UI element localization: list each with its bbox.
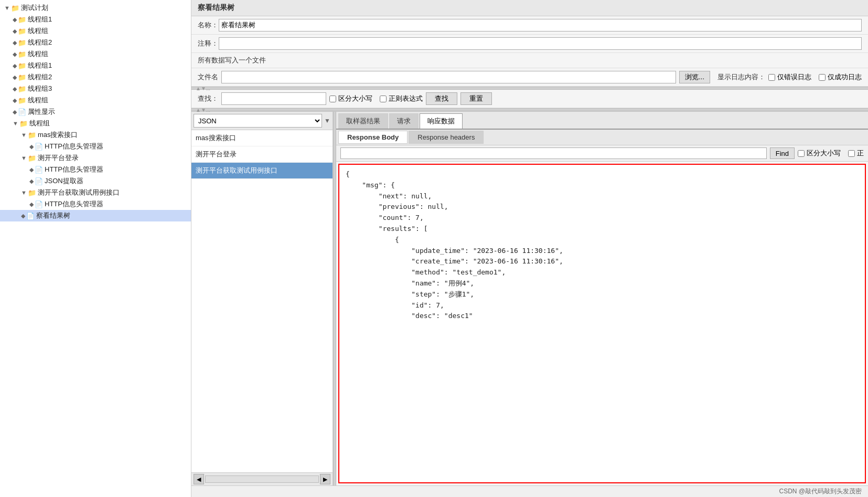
- folder-icon: 📁: [18, 85, 26, 93]
- tree-item-t1[interactable]: ◆ 📁 线程组1: [0, 14, 191, 25]
- folder-icon: 📁: [18, 39, 26, 47]
- inner-regex-checkbox[interactable]: [848, 150, 855, 157]
- expand-icon: ▼: [13, 120, 18, 126]
- success-log-checkbox[interactable]: [819, 74, 826, 81]
- tree-item-label: 线程组: [29, 119, 50, 128]
- folder-icon: 📄: [35, 166, 43, 174]
- folder-icon: 📁: [11, 4, 19, 12]
- expand-icon: ▼: [4, 5, 10, 11]
- tree-item-label: JSON提取器: [45, 176, 83, 186]
- error-log-checkbox[interactable]: [768, 74, 775, 81]
- folder-icon: 📁: [18, 27, 26, 35]
- bullet-icon: ◆: [21, 213, 25, 219]
- tab-response-data[interactable]: 响应数据: [420, 113, 463, 129]
- tree-item-t14[interactable]: ◆ 📄 HTTP信息头管理器: [0, 164, 191, 175]
- file-input[interactable]: [221, 71, 676, 83]
- tree-item-t3[interactable]: ◆ 📁 线程组2: [0, 37, 191, 48]
- log-content-label: 显示日志内容：: [717, 72, 765, 82]
- name-input[interactable]: [219, 19, 862, 31]
- tree-item-label: 测试计划: [21, 3, 48, 13]
- expand-icon: ▼: [21, 189, 27, 196]
- comment-label: 注释：: [198, 39, 219, 48]
- browse-button[interactable]: 浏览...: [679, 71, 710, 83]
- content-area: JSON XML Text HTML Regexp ▼ mas搜索接口 测开平台…: [191, 112, 868, 485]
- folder-icon: 📁: [19, 120, 28, 128]
- name-label: 名称：: [198, 20, 219, 30]
- tree-item-t18[interactable]: ◆ 📄 察看结果树: [0, 210, 191, 221]
- tree-item-t16[interactable]: ▼ 📁 测开平台获取测试用例接口: [0, 187, 191, 198]
- error-log-group: 仅错误日志: [768, 72, 811, 82]
- tree-item-label: 属性显示: [28, 107, 55, 117]
- tree-item-t8[interactable]: ◆ 📁 线程组: [0, 94, 191, 106]
- tree-item-t10[interactable]: ▼ 📁 线程组: [0, 118, 191, 129]
- list-footer: ◀ ▶: [191, 472, 333, 485]
- tree-item-t12[interactable]: ◆ 📄 HTTP信息头管理器: [0, 141, 191, 152]
- list-panel: JSON XML Text HTML Regexp ▼ mas搜索接口 测开平台…: [191, 112, 333, 485]
- divider-dots: ▲▼...: [191, 86, 210, 91]
- folder-icon: 📁: [28, 131, 36, 139]
- tree-item-t9[interactable]: ◆ 📄 属性显示: [0, 106, 191, 118]
- tree-item-label: 察看结果树: [36, 211, 70, 220]
- folder-icon: 📁: [18, 62, 26, 70]
- search-row: 查找： 区分大小写 正则表达式 查找 重置: [191, 90, 868, 108]
- tree-item-root[interactable]: ▼ 📁 测试计划: [0, 2, 191, 14]
- tree-item-t13[interactable]: ▼ 📁 测开平台登录: [0, 152, 191, 164]
- tab-sampler-results[interactable]: 取样器结果: [338, 113, 388, 129]
- dropdown-arrow-icon: ▼: [324, 117, 330, 124]
- section-title: 察看结果树: [191, 0, 868, 16]
- horizontal-scrollbar[interactable]: [205, 475, 319, 483]
- inner-case-checkbox[interactable]: [798, 150, 805, 157]
- tree-item-t7[interactable]: ◆ 📁 线程组3: [0, 83, 191, 94]
- folder-icon: 📁: [28, 189, 36, 197]
- error-log-label: 仅错误日志: [777, 72, 811, 82]
- tree-item-t4[interactable]: ◆ 📁 线程组: [0, 48, 191, 60]
- tree-item-t17[interactable]: ◆ 📄 HTTP信息头管理器: [0, 198, 191, 210]
- scroll-left-button[interactable]: ◀: [194, 474, 204, 484]
- file-row: 文件名 浏览... 显示日志内容： 仅错误日志 仅成功日志: [191, 68, 868, 87]
- list-item-1[interactable]: mas搜索接口: [191, 130, 333, 146]
- tab-request[interactable]: 请求: [389, 113, 419, 129]
- all-data-row: 所有数据写入一个文件: [191, 53, 868, 68]
- inner-find-input[interactable]: [340, 147, 767, 159]
- expand-icon: ▼: [21, 155, 27, 161]
- search-input[interactable]: [221, 92, 326, 105]
- bullet-icon: ◆: [13, 74, 17, 81]
- name-row: 名称：: [191, 16, 868, 35]
- case-sensitive-checkbox[interactable]: [329, 96, 336, 102]
- tree-item-t15[interactable]: ◆ 📄 JSON提取器: [0, 175, 191, 187]
- bullet-icon: ◆: [29, 143, 34, 150]
- inner-case-group: 区分大小写: [798, 149, 841, 158]
- tab-response-body[interactable]: Response Body: [338, 131, 408, 144]
- tree-item-label: 线程组: [28, 96, 48, 105]
- success-log-group: 仅成功日志: [819, 72, 862, 82]
- list-header: JSON XML Text HTML Regexp ▼: [191, 112, 333, 130]
- tree-item-label: 线程组: [28, 26, 48, 36]
- tree-item-label: 线程组1: [28, 61, 52, 70]
- tabs-panel: 取样器结果 请求 响应数据 Response Body Response hea…: [336, 112, 868, 485]
- tab-response-headers[interactable]: Response headers: [409, 131, 484, 144]
- tree-item-t2[interactable]: ◆ 📁 线程组: [0, 25, 191, 37]
- tree-item-t6[interactable]: ◆ 📁 线程组2: [0, 71, 191, 83]
- scroll-right-button[interactable]: ▶: [320, 474, 330, 484]
- status-text: CSDN @敲代码敲到头发茂密: [779, 487, 862, 496]
- format-select[interactable]: JSON XML Text HTML Regexp: [194, 114, 322, 128]
- tree-item-t5[interactable]: ◆ 📁 线程组1: [0, 60, 191, 71]
- regex-label: 正则表达式: [389, 94, 423, 103]
- json-content-area[interactable]: { "msg": { "next": null, "previous": nul…: [338, 164, 866, 483]
- list-item-3[interactable]: 测开平台获取测试用例接口: [191, 163, 333, 179]
- inner-regex-label: 正: [857, 149, 864, 158]
- bullet-icon: ◆: [29, 201, 34, 208]
- regex-checkbox[interactable]: [380, 96, 387, 102]
- reset-button[interactable]: 重置: [460, 92, 492, 105]
- file-label: 文件名: [198, 72, 218, 82]
- comment-input[interactable]: [219, 37, 862, 50]
- tree-item-label: 测开平台登录: [38, 153, 79, 163]
- tree-item-label: HTTP信息头管理器: [45, 165, 103, 174]
- inner-find-button[interactable]: Find: [770, 147, 795, 159]
- folder-icon: 📄: [18, 108, 26, 116]
- list-item-2[interactable]: 测开平台登录: [191, 146, 333, 163]
- inner-case-label: 区分大小写: [807, 149, 841, 158]
- tree-item-t11[interactable]: ▼ 📁 mas搜索接口: [0, 129, 191, 141]
- find-button[interactable]: 查找: [426, 92, 457, 105]
- folder-icon: 📁: [18, 97, 26, 104]
